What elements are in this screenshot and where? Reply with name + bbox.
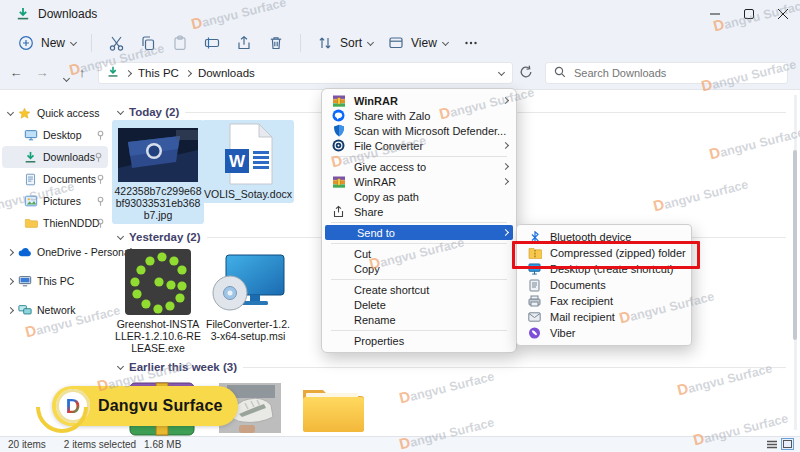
more-options-button[interactable] — [455, 30, 487, 56]
send-to-item-documents[interactable]: Documents — [517, 277, 691, 293]
mail-icon — [527, 310, 542, 324]
sort-button[interactable]: Sort — [309, 30, 380, 56]
menu-item-label: Copy — [354, 263, 380, 275]
address-dropdown-icon[interactable] — [498, 68, 505, 75]
address-bar[interactable]: This PC Downloads — [98, 62, 513, 84]
send-to-item-mail[interactable]: Mail recipient — [517, 309, 691, 325]
context-menu-item-file-converter[interactable]: File Converter — [322, 138, 516, 153]
dangvu-surface-logo: D Dangvu Surface — [52, 386, 238, 426]
group-label: Yesterday (2) — [129, 231, 201, 243]
breadcrumb-this-pc[interactable]: This PC — [138, 67, 179, 79]
send-to-item-viber[interactable]: Viber — [517, 325, 691, 341]
pin-icon — [96, 174, 105, 186]
view-button[interactable]: View — [380, 30, 455, 56]
file-item-docx[interactable]: W VOLIS_Sotay.docx — [202, 120, 294, 203]
selection-count: 2 items selected — [64, 439, 136, 450]
group-collapse-icon[interactable] — [117, 107, 124, 114]
send-to-item-compressed-zipped-folder[interactable]: Compressed (zipped) folder — [517, 245, 691, 261]
context-menu-item-copy[interactable]: Copy — [322, 261, 516, 276]
context-menu-item-scan-defender[interactable]: Scan with Microsoft Defender... — [322, 123, 516, 138]
breadcrumb-separator-icon — [185, 69, 192, 76]
scrollbar-thumb[interactable] — [793, 150, 797, 340]
delete-button[interactable] — [260, 30, 292, 56]
context-menu-item-create-shortcut[interactable]: Create shortcut — [322, 282, 516, 297]
up-button[interactable]: ↑ — [72, 65, 92, 80]
sidebar-item-thienNDDD[interactable]: ThienNDDD — [0, 212, 110, 234]
breadcrumb-separator-icon — [125, 69, 132, 76]
sidebar-item-network[interactable]: Network — [0, 299, 110, 321]
trash-icon — [267, 34, 285, 52]
sidebar-item-quick-access[interactable]: Quick access — [0, 102, 110, 124]
paste-button[interactable] — [164, 30, 196, 56]
file-item-jpg[interactable]: 422358b7c299e68bf93033531eb368b7.jpg — [112, 120, 204, 224]
sidebar-item-this-pc[interactable]: This PC — [0, 270, 110, 292]
icon-spacer — [331, 247, 346, 261]
menu-separator — [331, 279, 507, 280]
context-menu-item-cut[interactable]: Cut — [322, 246, 516, 261]
maximize-button[interactable] — [732, 0, 766, 28]
send-to-item-bluetooth[interactable]: Bluetooth device — [517, 229, 691, 245]
collapse-chevron-icon[interactable] — [5, 250, 16, 255]
forward-button[interactable]: → — [32, 65, 52, 80]
group-collapse-icon[interactable] — [117, 232, 124, 239]
group-collapse-icon[interactable] — [117, 362, 124, 369]
expand-chevron-icon[interactable] — [5, 112, 16, 115]
send-to-item-desktop-shortcut[interactable]: Desktop (create shortcut) — [517, 261, 691, 277]
context-menu-item-copy-as-path[interactable]: Copy as path — [322, 189, 516, 204]
copy-button[interactable] — [132, 30, 164, 56]
submenu-arrow-icon — [502, 142, 509, 149]
folder-icon — [23, 216, 38, 231]
close-button[interactable] — [766, 0, 800, 28]
sidebar-item-desktop[interactable]: Desktop — [0, 124, 110, 146]
file-name: 422358b7c299e68bf93033531eb368b7.jpg — [114, 185, 201, 221]
command-toolbar: New Sort View — [0, 28, 800, 59]
menu-item-label: Rename — [354, 314, 396, 326]
cut-button[interactable] — [100, 30, 132, 56]
context-menu-item-rename[interactable]: Rename — [322, 312, 516, 327]
details-view-toggle[interactable] — [765, 438, 778, 450]
collapse-chevron-icon[interactable] — [5, 308, 16, 313]
zipped-folder-icon — [527, 246, 542, 260]
collapse-chevron-icon[interactable] — [5, 279, 16, 284]
context-menu-item-properties[interactable]: Properties — [322, 333, 516, 348]
minimize-button[interactable] — [698, 0, 732, 28]
chevron-down-icon — [442, 38, 449, 45]
sidebar-item-pictures[interactable]: Pictures — [0, 190, 110, 212]
large-icons-view-toggle[interactable] — [781, 438, 794, 450]
refresh-button[interactable] — [519, 65, 533, 83]
context-menu-item-send-to[interactable]: Send to — [325, 225, 513, 240]
send-to-item-fax[interactable]: Fax recipient — [517, 293, 691, 309]
breadcrumb-downloads[interactable]: Downloads — [198, 67, 255, 79]
group-divider — [243, 367, 786, 368]
sidebar-item-onedrive[interactable]: OneDrive - Personal — [0, 241, 110, 263]
new-button[interactable]: New — [10, 30, 83, 56]
file-converter-icon — [331, 139, 346, 153]
file-item-fileconverter-msi[interactable]: FileConverter-1.2.3-x64-setup.msi — [202, 246, 294, 345]
context-menu-item-winrar-2[interactable]: WinRAR — [322, 174, 516, 189]
search-box[interactable] — [545, 62, 788, 84]
context-menu-item-share-with-zalo[interactable]: Share with Zalo — [322, 108, 516, 123]
sidebar-item-downloads[interactable]: Downloads — [2, 146, 108, 168]
context-menu-item-delete[interactable]: Delete — [322, 297, 516, 312]
ellipsis-icon — [462, 34, 480, 52]
back-button[interactable]: ← — [6, 65, 26, 80]
sidebar-item-documents[interactable]: Documents — [0, 168, 110, 190]
rename-button[interactable] — [196, 30, 228, 56]
window-controls — [698, 0, 800, 28]
search-icon — [554, 66, 566, 80]
new-button-label: New — [41, 36, 65, 50]
icon-spacer — [331, 283, 346, 297]
pin-icon — [96, 196, 105, 208]
file-item-greenshot-exe[interactable]: Greenshot-INSTALLER-1.2.10.6-RELEASE.exe — [112, 246, 204, 357]
menu-item-label: Mail recipient — [550, 311, 615, 323]
menu-item-label: WinRAR — [354, 95, 398, 107]
winrar-icon — [331, 94, 346, 108]
share-button[interactable] — [228, 30, 260, 56]
icon-spacer — [331, 334, 346, 348]
context-menu-item-give-access[interactable]: Give access to — [322, 159, 516, 174]
context-menu-item-winrar[interactable]: WinRAR — [322, 93, 516, 108]
context-menu-item-share[interactable]: Share — [322, 204, 516, 219]
file-item-folder[interactable] — [286, 379, 378, 441]
paste-icon — [171, 34, 189, 52]
search-input[interactable] — [572, 66, 779, 80]
